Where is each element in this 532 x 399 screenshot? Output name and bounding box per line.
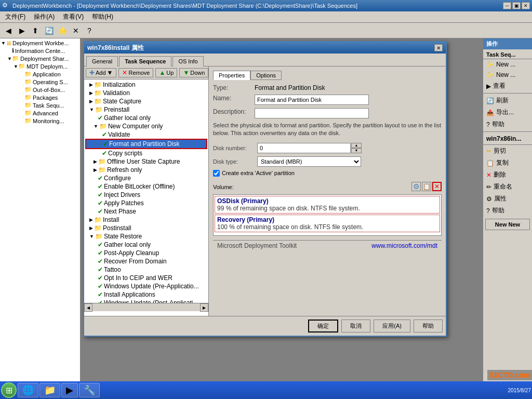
- menu-action[interactable]: 操作(A): [30, 11, 59, 22]
- ts-node-next-phase[interactable]: ✔ Next Phase: [85, 207, 207, 216]
- tree-node-oob[interactable]: 📁 Out-of-Box...: [1, 86, 79, 94]
- ts-node-tattoo[interactable]: ✔ Tattoo: [85, 265, 207, 274]
- ts-node-initialization[interactable]: ▶ 📁 Initialization: [85, 81, 207, 89]
- ts-node-gather-local[interactable]: ✔ Gather local only: [85, 241, 207, 249]
- scroll-left[interactable]: ◀: [84, 303, 92, 312]
- new-new-button[interactable]: New New: [485, 219, 530, 230]
- action-new1[interactable]: ✨ New ...: [483, 59, 532, 70]
- action-help1[interactable]: ? 帮助: [483, 118, 532, 130]
- remove-button[interactable]: ✕ Remove: [118, 68, 153, 77]
- ts-node-state-capture[interactable]: ▶ 📁 State Capture: [85, 97, 207, 105]
- tree-node-advanced[interactable]: 📁 Advanced: [1, 109, 79, 117]
- tree-node-monitoring[interactable]: 📁 Monitoring...: [1, 117, 79, 125]
- ts-node-install-apps[interactable]: ✔ Install Applications: [85, 290, 207, 299]
- tab-properties[interactable]: Properties: [213, 71, 250, 80]
- tree-node-task-seq[interactable]: 📁 Task Sequ...: [1, 101, 79, 109]
- ts-node-recover-domain[interactable]: ✔ Recover From Domain: [85, 257, 207, 265]
- left-panel: ▼ 🖥 Deployment Workbe... ℹ Information C…: [0, 38, 81, 381]
- disk-number-down[interactable]: ▼: [351, 148, 362, 153]
- ts-node-validation[interactable]: ▶ 📁 Validation: [85, 89, 207, 97]
- name-input[interactable]: [255, 95, 369, 105]
- start-button[interactable]: ⊞: [1, 382, 17, 398]
- action-help2[interactable]: ? 帮助: [483, 205, 532, 217]
- tree-node-application[interactable]: 📁 Application: [1, 70, 79, 78]
- scroll-right[interactable]: ▶: [200, 303, 208, 312]
- ts-node-configure[interactable]: ✔ Configure: [85, 174, 207, 182]
- action-refresh[interactable]: 🔄 刷新: [483, 95, 532, 107]
- ts-node-apply-patches[interactable]: ✔ Apply Patches: [85, 199, 207, 207]
- back-button[interactable]: ◀: [2, 24, 15, 37]
- taskbar-tools[interactable]: 🔧: [79, 383, 100, 397]
- taskbar-explorer[interactable]: 📁: [39, 383, 60, 397]
- help-toolbar-button[interactable]: ?: [83, 24, 96, 37]
- cancel-button[interactable]: 取消: [341, 320, 370, 332]
- apply-button[interactable]: 应用(A): [374, 320, 410, 332]
- add-button[interactable]: ✚ Add ▼: [86, 68, 116, 77]
- tree-node-packages[interactable]: 📁 Packages: [1, 94, 79, 101]
- ts-node-state-restore[interactable]: ▼ 📁 State Restore: [85, 232, 207, 241]
- ts-node-install[interactable]: ▶ 📁 Install: [85, 216, 207, 224]
- menu-view[interactable]: 查看(V): [59, 11, 88, 22]
- help-dialog-button[interactable]: 帮助: [414, 320, 443, 332]
- volume-edit-button[interactable]: 📋: [422, 182, 431, 191]
- close-button[interactable]: ✕: [522, 2, 530, 9]
- action-view[interactable]: ▶ 查看: [483, 80, 532, 92]
- ts-node-ceip[interactable]: ✔ Opt In to CEIP and WER: [85, 274, 207, 282]
- action-copy[interactable]: 📋 复制: [483, 157, 532, 169]
- up-button[interactable]: ⬆: [29, 24, 42, 37]
- disk-number-up[interactable]: ▲: [351, 143, 362, 148]
- tree-node-os[interactable]: 📁 Operating S...: [1, 78, 79, 86]
- restore-button[interactable]: ▣: [512, 2, 521, 9]
- action-new2[interactable]: ✨ New ...: [483, 70, 532, 80]
- ok-button[interactable]: 确定: [308, 320, 338, 332]
- action-cut[interactable]: ✂ 剪切: [483, 145, 532, 157]
- ts-node-preinstall[interactable]: ▼ 📁 Preinstall: [85, 105, 207, 114]
- ts-node-copy-scripts[interactable]: ✔ Copy scripts: [85, 149, 207, 157]
- menu-help[interactable]: 帮助(H): [88, 11, 117, 22]
- dialog-close-button[interactable]: ✕: [434, 44, 443, 51]
- action-delete[interactable]: ✕ 删除: [483, 169, 532, 181]
- ts-node-wu-post[interactable]: ✔ Windows Update (Post-Applicati...: [85, 299, 207, 303]
- tab-options[interactable]: Options: [250, 71, 282, 80]
- delete-toolbar-button[interactable]: ✕: [70, 24, 82, 37]
- ts-node-refresh[interactable]: ▶ 📁 Refresh only: [85, 166, 207, 174]
- action-rename[interactable]: ✏ 重命名: [483, 181, 532, 193]
- ts-node-enable-bitlocker-offline[interactable]: ✔ Enable BitLocker (Offline): [85, 182, 207, 191]
- tab-os-info[interactable]: OS Info: [172, 56, 203, 66]
- tree-node-mdt[interactable]: ▼ 📁 MDT Deploym...: [1, 62, 79, 70]
- ts-node-format-partition[interactable]: ✔ Format and Partition Disk: [85, 139, 207, 149]
- minimize-button[interactable]: ─: [503, 2, 511, 9]
- ts-node-new-computer[interactable]: ▼ 📁 New Computer only: [85, 122, 207, 130]
- down-button[interactable]: ▼ Down: [179, 68, 208, 77]
- action-properties[interactable]: ⚙ 属性: [483, 193, 532, 205]
- ts-node-gather[interactable]: ✔ Gather local only: [85, 114, 207, 122]
- tree-node-deployment-share[interactable]: ▼ 📁 Deployment Shar...: [1, 55, 79, 62]
- tree-node-info-center[interactable]: ℹ Information Cente...: [1, 47, 79, 55]
- volume-add-button[interactable]: ⚙: [411, 182, 421, 191]
- up-button[interactable]: ▲ Up: [155, 68, 177, 77]
- favorites-button[interactable]: ⭐: [56, 24, 69, 37]
- tab-task-sequence[interactable]: Task Sequence: [119, 56, 171, 66]
- taskbar-ie[interactable]: 🌐: [18, 383, 38, 397]
- ts-node-post-apply[interactable]: ✔ Post-Apply Cleanup: [85, 249, 207, 257]
- ts-node-offline-usc[interactable]: ▶ 📁 Offline User State Capture: [85, 157, 207, 166]
- disk-type-select[interactable]: Standard (MBR) GPT: [257, 156, 361, 167]
- refresh-button[interactable]: 🔄: [43, 24, 55, 37]
- desc-input[interactable]: [255, 108, 369, 118]
- volume-item-recovery[interactable]: Recovery (Primary) 100 % of remaining sp…: [215, 215, 440, 232]
- tree-node-deployment-workbench[interactable]: ▼ 🖥 Deployment Workbe...: [1, 39, 79, 47]
- tree-scrollbar[interactable]: ◀ ▶: [84, 303, 208, 311]
- tab-general[interactable]: General: [86, 56, 118, 66]
- menu-file[interactable]: 文件(F): [1, 11, 30, 22]
- volume-item-osdisk[interactable]: OSDisk (Primary) 99 % of remaining space…: [215, 196, 440, 214]
- forward-button[interactable]: ▶: [16, 24, 28, 37]
- ts-node-postinstall[interactable]: ▶ 📁 Postinstall: [85, 224, 207, 232]
- volume-remove-button[interactable]: ✕: [432, 182, 442, 191]
- action-export[interactable]: 📤 导出...: [483, 107, 532, 118]
- taskbar-media[interactable]: ▶: [61, 383, 78, 397]
- active-partition-checkbox[interactable]: [213, 170, 220, 177]
- ts-node-wu-pre[interactable]: ✔ Windows Update (Pre-Applicatio...: [85, 282, 207, 290]
- disk-number-input[interactable]: [257, 143, 351, 153]
- ts-node-inject-drivers[interactable]: ✔ Inject Drivers: [85, 191, 207, 199]
- ts-node-validate[interactable]: ✔ Validate: [85, 130, 207, 139]
